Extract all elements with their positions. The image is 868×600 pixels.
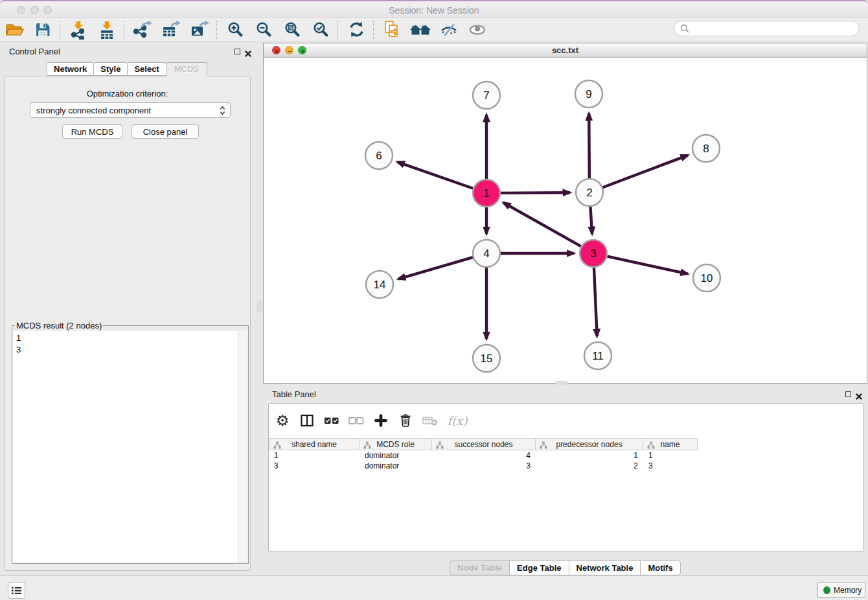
zoom-out-button[interactable] <box>249 19 278 41</box>
table-cell[interactable]: 3 <box>432 461 536 471</box>
save-session-button[interactable] <box>29 19 57 41</box>
add-row-button[interactable] <box>369 409 393 432</box>
close-table-panel-icon[interactable] <box>856 391 862 402</box>
refresh-layout-button[interactable] <box>342 19 371 41</box>
column-header-successor-nodes[interactable]: successor nodes <box>432 438 536 450</box>
show-view-button[interactable] <box>463 19 492 41</box>
mcds-result-group: MCDS result (2 nodes) 1 3 <box>12 325 249 564</box>
table-cell[interactable]: 3 <box>643 461 698 471</box>
column-settings-button[interactable]: ⚙ <box>270 409 295 432</box>
table-cell[interactable]: 1 <box>269 450 360 461</box>
table-row[interactable]: 3dominator323 <box>269 461 698 471</box>
zoom-in-button[interactable] <box>221 19 249 41</box>
toolbar-separator <box>373 21 374 39</box>
network-window-titlebar[interactable]: scc.txt <box>264 43 867 58</box>
vertical-splitter-handle[interactable] <box>257 301 262 312</box>
horizontal-splitter-handle[interactable] <box>556 381 567 385</box>
graph-edge-2-9[interactable] <box>589 113 589 178</box>
window-titlebar[interactable]: Session: New Session <box>0 0 868 17</box>
table-cell[interactable]: 1 <box>643 450 698 461</box>
home-overview-button[interactable] <box>406 19 435 41</box>
run-mcds-button[interactable]: Run MCDS <box>62 124 122 139</box>
mcds-result-values: 1 3 <box>16 332 21 356</box>
import-table-button[interactable] <box>93 19 121 41</box>
select-all-icon <box>324 416 339 425</box>
tab-edge-table[interactable]: Edge Table <box>509 560 569 575</box>
column-type-icon <box>540 441 547 449</box>
graph-edge-3-10[interactable] <box>607 257 687 274</box>
column-header-shared-name[interactable]: shared name <box>269 438 360 450</box>
graph-edge-2-3[interactable] <box>590 207 592 234</box>
graph-edge-4-14[interactable] <box>398 257 473 279</box>
task-history-button[interactable] <box>8 582 25 599</box>
zoom-out-icon <box>255 21 273 38</box>
tab-network-table[interactable]: Network Table <box>569 560 641 575</box>
optimization-criterion-value: strongly connected component <box>36 106 220 115</box>
table-panel: Table Panel ⚙ <box>263 386 868 575</box>
float-table-panel-icon[interactable] <box>845 391 851 397</box>
tab-mcds[interactable]: MCDS <box>166 62 207 76</box>
network-documents-button[interactable] <box>378 19 406 41</box>
deselect-all-button[interactable] <box>344 409 369 432</box>
delete-column-button <box>418 409 442 432</box>
zoom-selected-icon <box>312 21 330 38</box>
table-cell[interactable]: 2 <box>536 461 643 471</box>
mcds-result-list[interactable]: 1 3 <box>13 331 247 562</box>
hide-view-button[interactable] <box>435 19 463 41</box>
column-header-name[interactable]: name <box>643 438 698 450</box>
table-cell[interactable]: 4 <box>432 450 536 461</box>
application-window: Session: New Session <box>0 0 868 600</box>
memory-button[interactable]: Memory <box>817 582 865 598</box>
fx-label: f(x) <box>448 414 468 428</box>
show-columns-button[interactable] <box>295 409 319 432</box>
mcds-result-legend: MCDS result (2 nodes) <box>15 321 103 330</box>
delete-row-button[interactable] <box>393 409 418 432</box>
float-panel-icon[interactable] <box>234 49 240 54</box>
graph-edge-1-2[interactable] <box>501 192 570 193</box>
table-cell[interactable]: 3 <box>269 461 360 471</box>
column-type-icon <box>436 441 444 449</box>
graph-edge-1-6[interactable] <box>397 162 473 189</box>
select-all-button[interactable] <box>319 409 344 432</box>
graph-node-label: 7 <box>483 89 489 102</box>
import-network-icon <box>69 20 87 40</box>
search-input[interactable] <box>692 23 859 34</box>
graph-edge-3-11[interactable] <box>594 268 597 336</box>
result-scrollbar[interactable] <box>238 331 247 562</box>
export-table-button[interactable] <box>157 19 185 41</box>
graph-node-label: 10 <box>701 272 713 284</box>
column-header-label: name <box>660 440 680 449</box>
search-box[interactable] <box>674 21 860 36</box>
table-cell[interactable]: 1 <box>536 450 643 461</box>
node-table-container: ⚙ <box>268 403 863 552</box>
table-row[interactable]: 1dominator411 <box>269 450 698 461</box>
graph-edge-2-8[interactable] <box>603 156 688 188</box>
network-window-title: scc.txt <box>264 45 867 55</box>
network-canvas[interactable]: 1234678910111415 <box>264 57 867 383</box>
table-cell[interactable]: dominator <box>360 450 432 461</box>
tab-node-table[interactable]: Node Table <box>450 560 510 575</box>
select-chevrons-icon <box>220 106 225 115</box>
graph-node-label: 1 <box>483 187 489 200</box>
tab-network[interactable]: Network <box>47 62 94 76</box>
graph-node-label: 11 <box>592 350 604 362</box>
column-header-predecessor-nodes[interactable]: predecessor nodes <box>536 438 643 450</box>
graph-node-label: 3 <box>590 248 596 260</box>
import-network-button[interactable] <box>64 19 93 41</box>
export-image-button[interactable] <box>185 19 214 41</box>
tab-motifs[interactable]: Motifs <box>640 560 680 575</box>
close-panel-icon[interactable] <box>245 48 251 60</box>
tab-select[interactable]: Select <box>127 62 166 76</box>
tab-style[interactable]: Style <box>93 62 128 76</box>
graph-edge-3-1[interactable] <box>503 203 581 246</box>
column-header-MCDS-role[interactable]: MCDS role <box>360 438 432 450</box>
control-panel: Control Panel Network Style Select MCDS … <box>0 42 255 575</box>
table-cell[interactable]: dominator <box>360 461 432 471</box>
export-network-button[interactable] <box>128 19 157 41</box>
open-file-button[interactable] <box>0 19 29 41</box>
optimization-criterion-select[interactable]: strongly connected component <box>30 102 231 118</box>
close-panel-button[interactable]: Close panel <box>131 124 199 139</box>
zoom-fit-button[interactable] <box>278 19 306 41</box>
graph-node-label: 14 <box>374 279 386 291</box>
zoom-selected-button[interactable] <box>306 19 335 41</box>
